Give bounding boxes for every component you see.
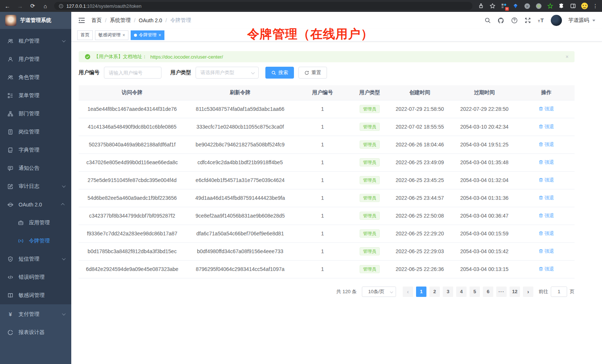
page-number-button[interactable]: ··· — [496, 287, 507, 297]
page-size-select[interactable]: 10条/页 — [362, 287, 396, 297]
browser-reload-icon[interactable]: ⟳ — [29, 3, 36, 9]
side-panel-icon[interactable] — [570, 3, 576, 9]
close-icon[interactable]: × — [158, 33, 161, 38]
breadcrumb-home[interactable]: 首页 — [91, 17, 102, 24]
profile-avatar-emoji[interactable] — [581, 3, 588, 9]
page-unit-label: 页 — [570, 288, 575, 295]
force-logout-link[interactable]: 强退 — [539, 248, 554, 255]
force-logout-link[interactable]: 强退 — [539, 266, 554, 272]
sidebar-item-report-designer[interactable]: 报表设计器 — [0, 323, 71, 341]
sidebar-item-pay[interactable]: ¥ 支付管理 — [0, 305, 71, 323]
user-type-select[interactable]: 请选择用户类型 — [196, 67, 259, 79]
next-page-button[interactable]: › — [523, 287, 533, 297]
user-menu-caret-icon[interactable] — [592, 20, 595, 21]
expire-time-cell: 2054-03-04 19:51:25 — [451, 136, 518, 153]
help-icon[interactable] — [511, 17, 518, 24]
sidebar-item-oauth2[interactable]: OAuth 2.0 — [0, 195, 71, 214]
page-number-button[interactable]: 5 — [470, 287, 480, 297]
force-logout-link[interactable]: 强退 — [539, 123, 554, 130]
force-logout-link[interactable]: 强退 — [539, 159, 554, 166]
goto-page-input[interactable] — [551, 287, 567, 297]
search-button[interactable]: 搜索 — [265, 67, 294, 79]
page-number-button[interactable]: 2 — [429, 287, 440, 297]
table-row: b0d1785bc3a8482f812db4a3f3bd15ec b0df498… — [79, 242, 575, 260]
browser-chrome: ← → ⟳ ⌂ 127.0.0.1:1024/system/oauth2/tok… — [0, 0, 602, 12]
sidebar-item-tenant[interactable]: 租户管理 — [0, 32, 71, 50]
user-id-input[interactable] — [104, 67, 161, 79]
address-bar[interactable]: 127.0.0.1:1024/system/oauth2/token — [54, 2, 472, 10]
sidebar-item-notice[interactable]: 通知公告 — [0, 159, 71, 177]
green-star-extension-icon[interactable] — [547, 3, 553, 9]
breadcrumb-oauth2[interactable]: OAuth 2.0 — [139, 17, 162, 23]
puzzle-extensions-icon[interactable] — [558, 3, 565, 9]
user-avatar[interactable] — [551, 15, 562, 26]
page-number-button[interactable]: 12 — [510, 287, 520, 297]
user-type-badge: 管理员 — [360, 212, 380, 220]
tab-token[interactable]: 令牌管理× — [131, 30, 164, 40]
svg-text:⌘: ⌘ — [526, 4, 528, 8]
sidebar-item-role[interactable]: 角色管理 — [0, 68, 71, 86]
browser-back-icon[interactable]: ← — [4, 3, 11, 9]
create-time-cell: 2022-06-25 22:29:20 — [389, 225, 451, 242]
breadcrumb-system[interactable]: 系统管理 — [110, 17, 131, 24]
create-time-cell: 2022-06-25 22:26:36 — [389, 260, 451, 278]
edit-log-icon — [7, 183, 13, 189]
sidebar-item-sensitive-word[interactable]: 敏感词管理 — [0, 286, 71, 304]
fullscreen-icon[interactable] — [524, 17, 531, 24]
username[interactable]: 芋道源码 — [568, 17, 589, 24]
browser-menu-icon[interactable]: ⋮ — [593, 3, 598, 9]
green-circle-extension-icon[interactable] — [535, 3, 542, 9]
create-time-cell: 2022-06-25 22:50:08 — [389, 207, 451, 225]
force-logout-link[interactable]: 强退 — [539, 177, 554, 183]
sidebar-item-menu[interactable]: 菜单管理 — [0, 86, 71, 105]
force-logout-link[interactable]: 强退 — [539, 230, 554, 237]
github-icon[interactable] — [497, 17, 504, 24]
search-icon[interactable] — [484, 17, 491, 24]
reset-button[interactable]: 重置 — [298, 67, 327, 79]
sidebar-item-dict[interactable]: 字典管理 — [0, 141, 71, 159]
page-number-button[interactable]: 3 — [443, 287, 453, 297]
sidebar-item-audit-log[interactable]: 审计日志 — [0, 177, 71, 195]
tab-sensitive-word[interactable]: 敏感词管理× — [95, 30, 128, 40]
sidebar-item-post[interactable]: 岗位管理 — [0, 123, 71, 141]
gem-extension-icon[interactable] — [512, 3, 519, 9]
trash-icon — [539, 249, 543, 254]
page-number-button[interactable]: 4 — [456, 287, 467, 297]
create-time-cell: 2022-07-02 18:55:55 — [389, 118, 451, 136]
tab-home[interactable]: 首页 — [77, 30, 93, 40]
browser-forward-icon[interactable]: → — [16, 3, 24, 9]
font-size-icon[interactable]: TT — [537, 17, 544, 24]
user-id-cell: 1 — [295, 260, 350, 278]
sidebar-item-oauth2-app[interactable]: 应用管理 — [0, 214, 71, 232]
sidebar-item-user[interactable]: 用户管理 — [0, 50, 71, 68]
force-logout-link[interactable]: 强退 — [539, 212, 554, 219]
prev-page-button[interactable]: ‹ — [403, 287, 413, 297]
expire-time-cell: 2054-03-04 01:35:48 — [451, 153, 518, 171]
sidebar-item-errcode[interactable]: 错误码管理 — [0, 268, 71, 286]
sidebar-item-dept[interactable]: 部门管理 — [0, 105, 71, 123]
doc-link[interactable]: https://doc.iocoder.cn/user-center/ — [150, 54, 223, 60]
gray-circle-extension-icon[interactable]: ⌘ — [524, 3, 530, 9]
page-number-button[interactable]: 1 — [416, 287, 426, 297]
force-logout-link[interactable]: 强退 — [539, 106, 554, 112]
refresh-token-cell: 8796295f04064c2983414cc54af1097a — [186, 260, 295, 278]
collapse-menu-icon[interactable] — [78, 17, 85, 24]
page-number-button[interactable]: 6 — [483, 287, 493, 297]
sidebar-item-sms[interactable]: 短信管理 — [0, 250, 71, 268]
browser-home-icon[interactable]: ⌂ — [42, 3, 49, 9]
share-icon[interactable] — [478, 3, 484, 9]
force-logout-link[interactable]: 强退 — [539, 141, 554, 148]
action-cell: 强退 — [518, 189, 575, 207]
alert-text: 【用户体系】文档地址： — [94, 53, 147, 60]
action-cell: 强退 — [518, 225, 575, 242]
svg-text:T: T — [538, 19, 540, 23]
alert-close-icon[interactable]: × — [566, 54, 569, 60]
force-logout-link[interactable]: 强退 — [539, 195, 554, 201]
bookmark-star-icon[interactable] — [489, 3, 496, 9]
extension-grid-icon[interactable]: 9 — [501, 3, 507, 9]
site-info-icon[interactable] — [59, 4, 63, 9]
app-logo-band[interactable]: 芋道管理系统 — [0, 12, 71, 29]
sidebar-item-oauth2-token[interactable]: A 令牌管理 — [0, 232, 71, 250]
close-icon[interactable]: × — [122, 33, 125, 38]
svg-text:A: A — [20, 239, 22, 242]
